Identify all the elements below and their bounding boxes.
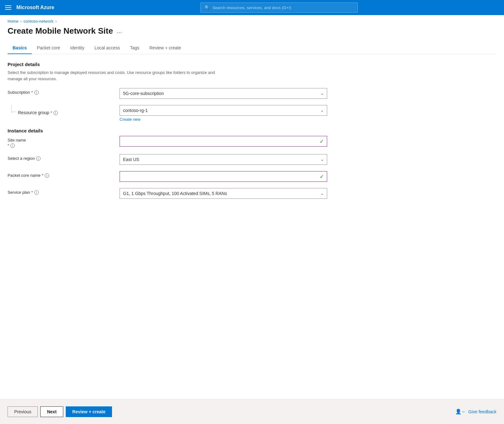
rg-dropdown-arrow: ⌄ — [321, 108, 324, 113]
app-title: Microsoft Azure — [16, 5, 54, 10]
page-title: Create Mobile Network Site — [8, 26, 113, 36]
rg-label-area: Resource group * i — [18, 105, 58, 115]
region-label-wrap: Select a region i — [8, 154, 115, 161]
instance-details-section: Instance details Site name * i site-1 ✓ — [8, 128, 496, 199]
region-row: Select a region i East US ⌄ — [8, 154, 496, 165]
service-plan-info-icon[interactable]: i — [34, 190, 39, 195]
rg-info-icon[interactable]: i — [53, 111, 58, 115]
subscription-label-line: Subscription * i — [8, 90, 39, 95]
rg-create-new-link[interactable]: Create new — [120, 117, 140, 122]
region-label-text: Select a region — [8, 156, 35, 161]
packet-core-name-info-icon[interactable]: i — [45, 173, 49, 178]
rg-v-line — [11, 105, 12, 110]
site-name-label-inner: Site name * i — [8, 138, 26, 148]
tab-local-access[interactable]: Local access — [89, 42, 125, 54]
rg-control-wrap: contoso-rg-1 ⌄ Create new — [120, 105, 327, 122]
service-plan-control-wrap: G1, 1 Gbps Throughput, 100 Activated SIM… — [120, 188, 327, 199]
packet-core-name-input[interactable]: contoso-pc — [123, 174, 320, 179]
tabs-bar: Basics Packet core Identity Local access… — [8, 42, 496, 54]
packet-core-name-input-wrap: contoso-pc ✓ — [120, 171, 327, 182]
site-name-input[interactable]: site-1 — [123, 139, 320, 144]
resource-group-row: Resource group * i contoso-rg-1 ⌄ Create… — [8, 105, 496, 122]
project-details-title: Project details — [8, 62, 496, 67]
service-plan-required: * — [31, 190, 33, 195]
subscription-control-wrap: 5G-core-subscription ⌄ — [120, 88, 327, 99]
packet-core-name-control-wrap: contoso-pc ✓ — [120, 171, 327, 182]
subscription-label-inner: Subscription * i — [8, 90, 39, 95]
service-plan-label-line: Service plan * i — [8, 190, 39, 195]
search-icon: 🔍 — [204, 5, 210, 10]
region-label-line: Select a region i — [8, 156, 41, 161]
region-info-icon[interactable]: i — [36, 156, 41, 161]
rg-connector — [8, 105, 17, 113]
packet-core-name-check-icon: ✓ — [320, 174, 324, 180]
project-details-section: Project details Select the subscription … — [8, 62, 496, 122]
rg-dropdown[interactable]: contoso-rg-1 ⌄ — [120, 105, 327, 116]
rg-indent-area: Resource group * i — [8, 105, 115, 115]
region-control-wrap: East US ⌄ — [120, 154, 327, 165]
rg-value: contoso-rg-1 — [123, 108, 148, 113]
rg-required: * — [51, 110, 52, 115]
packet-core-name-label-line: Packet core name * i — [8, 173, 49, 178]
subscription-label-wrap: Subscription * i — [8, 88, 115, 95]
tab-identity[interactable]: Identity — [65, 42, 89, 54]
subscription-value: 5G-core-subscription — [123, 91, 164, 96]
subscription-label-text: Subscription — [8, 90, 30, 95]
project-details-desc: Select the subscription to manage deploy… — [8, 70, 228, 82]
service-plan-dropdown[interactable]: G1, 1 Gbps Throughput, 100 Activated SIM… — [120, 188, 327, 199]
packet-core-name-row: Packet core name * i contoso-pc ✓ — [8, 171, 496, 182]
page-content: Create Mobile Network Site ... Basics Pa… — [0, 26, 504, 243]
hamburger-button[interactable] — [5, 5, 11, 10]
rg-h-line — [12, 112, 17, 112]
subscription-dropdown[interactable]: 5G-core-subscription ⌄ — [120, 88, 327, 99]
subscription-info-icon[interactable]: i — [34, 90, 39, 95]
packet-core-name-label-text: Packet core name — [8, 173, 41, 178]
rg-h-line-row — [11, 110, 17, 113]
breadcrumb-contoso-network[interactable]: contoso-network — [24, 19, 53, 24]
site-name-info-icon[interactable]: i — [10, 143, 15, 148]
search-bar[interactable]: 🔍 — [200, 3, 358, 13]
page-title-dots[interactable]: ... — [117, 27, 122, 35]
subscription-dropdown-arrow: ⌄ — [321, 91, 324, 96]
region-dropdown-arrow: ⌄ — [321, 157, 324, 162]
page-title-row: Create Mobile Network Site ... — [8, 26, 496, 36]
site-name-control-wrap: site-1 ✓ — [120, 136, 327, 147]
site-name-label-wrap: Site name * i — [8, 136, 115, 148]
breadcrumb: Home › contoso-network › — [0, 15, 504, 26]
region-dropdown[interactable]: East US ⌄ — [120, 154, 327, 165]
top-nav: Microsoft Azure 🔍 — [0, 0, 504, 15]
tab-basics[interactable]: Basics — [8, 42, 32, 54]
tab-review-create[interactable]: Review + create — [144, 42, 186, 54]
rg-label-text: Resource group — [18, 110, 49, 115]
breadcrumb-sep-2: › — [55, 19, 57, 24]
service-plan-label-text: Service plan — [8, 190, 30, 195]
breadcrumb-home[interactable]: Home — [8, 19, 19, 24]
service-plan-label-wrap: Service plan * i — [8, 188, 115, 195]
packet-core-name-label-wrap: Packet core name * i — [8, 171, 115, 178]
breadcrumb-sep-1: › — [20, 19, 22, 24]
service-plan-value: G1, 1 Gbps Throughput, 100 Activated SIM… — [123, 191, 227, 196]
site-name-check-icon: ✓ — [320, 138, 324, 144]
instance-details-title: Instance details — [8, 128, 496, 133]
region-value: East US — [123, 157, 139, 162]
site-name-required: * — [8, 143, 9, 148]
service-plan-dropdown-arrow: ⌄ — [321, 191, 324, 196]
tab-packet-core[interactable]: Packet core — [32, 42, 65, 54]
subscription-row: Subscription * i 5G-core-subscription ⌄ — [8, 88, 496, 99]
packet-core-name-required: * — [42, 173, 43, 178]
site-name-bottom-line: * i — [8, 143, 26, 148]
service-plan-row: Service plan * i G1, 1 Gbps Throughput, … — [8, 188, 496, 199]
subscription-required: * — [31, 90, 33, 95]
site-name-top-line: Site name — [8, 138, 26, 142]
site-name-input-wrap: site-1 ✓ — [120, 136, 327, 147]
site-name-row: Site name * i site-1 ✓ — [8, 136, 496, 148]
search-input[interactable] — [212, 5, 354, 10]
site-name-label-text: Site name — [8, 138, 26, 142]
tab-tags[interactable]: Tags — [125, 42, 144, 54]
